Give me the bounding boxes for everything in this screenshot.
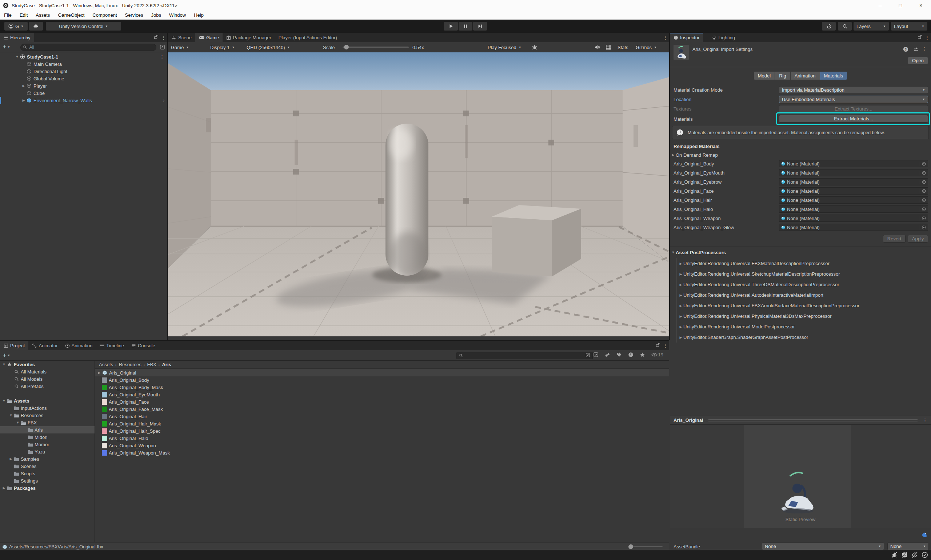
- vsync-grid-icon[interactable]: [606, 42, 611, 52]
- menu-edit[interactable]: Edit: [15, 11, 32, 20]
- foldout-down-icon[interactable]: ▼: [8, 414, 14, 417]
- remap-field-aris_original_halo[interactable]: None (Material): [779, 205, 928, 213]
- account-button[interactable]: G ▼: [5, 22, 28, 31]
- auto-refresh-disabled-icon[interactable]: [911, 552, 918, 558]
- gizmos-dropdown[interactable]: Gizmos▼: [636, 42, 657, 52]
- debugger-disabled-icon[interactable]: [891, 552, 897, 558]
- tree-item-momoi[interactable]: Momoi: [0, 441, 95, 448]
- unlock-icon[interactable]: [154, 35, 158, 40]
- tree-item-directional-light[interactable]: Directional Light: [0, 68, 167, 75]
- foldout-right-icon[interactable]: ▶: [21, 98, 26, 102]
- panel-menu-icon[interactable]: ⋮: [663, 343, 668, 348]
- hierarchy-search-input[interactable]: [28, 45, 154, 50]
- project-search-input[interactable]: [465, 353, 584, 358]
- open-button[interactable]: Open: [908, 57, 928, 65]
- tree-item-packages[interactable]: ▶Packages: [0, 485, 95, 492]
- create-object-button[interactable]: +▼: [3, 44, 10, 50]
- close-button[interactable]: ×: [911, 0, 931, 11]
- menu-window[interactable]: Window: [165, 11, 190, 20]
- object-picker-icon[interactable]: [920, 189, 926, 194]
- tab-project[interactable]: Project: [0, 341, 28, 350]
- tree-item-inputactions[interactable]: InputActions: [0, 405, 95, 412]
- remap-field-aris_original_weapon_glow[interactable]: None (Material): [779, 224, 928, 231]
- asset-labels-icon[interactable]: [921, 532, 927, 539]
- layout-dropdown[interactable]: Layout ▼: [891, 22, 927, 31]
- import-tab-materials[interactable]: Materials: [820, 72, 847, 80]
- create-asset-button[interactable]: +▼: [3, 352, 10, 358]
- tab-player-input-actions-editor-[interactable]: Player (Input Actions Editor): [275, 33, 341, 42]
- progress-complete-icon[interactable]: [922, 552, 928, 558]
- layers-dropdown[interactable]: Layers ▼: [854, 22, 889, 31]
- thumbnail-size-thumb[interactable]: [628, 545, 633, 549]
- tree-item-resources[interactable]: ▼Resources: [0, 412, 95, 419]
- scale-slider[interactable]: [343, 42, 409, 52]
- undo-history-button[interactable]: [822, 22, 836, 31]
- tree-item-scripts[interactable]: Scripts: [0, 470, 95, 477]
- display-dropdown[interactable]: Display 1▼: [210, 42, 235, 52]
- object-picker-icon[interactable]: [920, 180, 926, 185]
- remap-field-aris_original_face[interactable]: None (Material): [779, 187, 928, 195]
- tab-hierarchy[interactable]: Hierarchy: [0, 33, 34, 42]
- remap-field-aris_original_hair[interactable]: None (Material): [779, 196, 928, 204]
- foldout-right-icon[interactable]: ▶: [2, 486, 6, 490]
- breadcrumb-fbx[interactable]: FBX: [147, 362, 156, 367]
- tree-item-aris-original[interactable]: ▶Aris_Original: [95, 369, 669, 376]
- menu-gameobject[interactable]: GameObject: [54, 11, 88, 20]
- menu-help[interactable]: Help: [190, 11, 208, 20]
- menu-assets[interactable]: Assets: [32, 11, 54, 20]
- assetbundle-dropdown[interactable]: None▼: [762, 543, 884, 550]
- tree-item-settings[interactable]: Settings: [0, 477, 95, 485]
- tree-item-aris-original-hair-spec[interactable]: Aris_Original_Hair_Spec: [95, 427, 669, 435]
- tab-scene[interactable]: Scene: [168, 33, 195, 42]
- tree-item-midori[interactable]: Midori: [0, 434, 95, 441]
- tree-item-all-prefabs[interactable]: All Prefabs: [0, 383, 95, 390]
- remap-field-aris_original_weapon[interactable]: None (Material): [779, 215, 928, 222]
- postprocessor-item[interactable]: ▶UnityEditor.Rendering.Universal.Sketchu…: [678, 269, 929, 279]
- tree-item-aris-original-hair-mask[interactable]: Aris_Original_Hair_Mask: [95, 420, 669, 427]
- apply-button[interactable]: Apply: [908, 235, 928, 243]
- foldout-right-icon[interactable]: ▶: [678, 262, 683, 265]
- preview-area[interactable]: Static Preview: [670, 425, 931, 528]
- remap-field-aris_original_eyebrow[interactable]: None (Material): [779, 178, 928, 185]
- remap-field-aris_original_eyemouth[interactable]: None (Material): [779, 169, 928, 176]
- tree-item-fbx[interactable]: ▼FBX: [0, 419, 95, 426]
- postprocessor-item[interactable]: ▶UnityEditor.ShaderGraph.ShaderGraphAsse…: [678, 332, 929, 343]
- tree-item-all-materials[interactable]: All Materials: [0, 368, 95, 375]
- panel-menu-icon[interactable]: ⋮: [925, 35, 929, 40]
- tree-item-yuzu[interactable]: Yuzu: [0, 448, 95, 455]
- unlock-icon[interactable]: [656, 343, 660, 348]
- tree-item-player[interactable]: ▶Player: [0, 82, 167, 89]
- object-picker-icon[interactable]: [920, 207, 926, 212]
- tree-item-assets[interactable]: ▼Assets: [0, 397, 95, 405]
- cloud-button[interactable]: [29, 22, 43, 31]
- import-tab-model[interactable]: Model: [754, 72, 775, 80]
- breadcrumb-assets[interactable]: Assets: [99, 362, 113, 367]
- filter-by-log-icon[interactable]: [628, 352, 634, 357]
- menu-file[interactable]: File: [0, 11, 15, 20]
- menu-component[interactable]: Component: [88, 11, 121, 20]
- resolution-dropdown[interactable]: QHD (2560x1440)▼: [246, 42, 290, 52]
- tree-item-aris-original-face-mask[interactable]: Aris_Original_Face_Mask: [95, 405, 669, 413]
- import-tab-animation[interactable]: Animation: [791, 72, 820, 80]
- open-in-search-icon[interactable]: [586, 353, 590, 358]
- foldout-right-icon[interactable]: ▶: [21, 84, 26, 88]
- tree-item-studycase1-1[interactable]: ▼StudyCase1-1⋮: [0, 53, 167, 60]
- asset-postprocessors-foldout[interactable]: ▼ Asset PostProcessors: [670, 249, 931, 256]
- panel-menu-icon[interactable]: ⋮: [663, 35, 668, 40]
- tree-item-aris-original-body-mask[interactable]: Aris_Original_Body_Mask: [95, 384, 669, 391]
- tree-item-samples[interactable]: ▶Samples: [0, 455, 95, 463]
- game-viewport[interactable]: [168, 52, 669, 336]
- foldout-right-icon[interactable]: ▶: [8, 457, 14, 461]
- postprocessor-item[interactable]: ▶UnityEditor.Rendering.Universal.FBXMate…: [678, 258, 929, 269]
- view-dropdown[interactable]: Game▼: [171, 42, 189, 52]
- mute-audio-icon[interactable]: [594, 42, 600, 52]
- minimize-button[interactable]: –: [870, 0, 890, 11]
- tree-item-aris-original-weapon[interactable]: Aris_Original_Weapon: [95, 442, 669, 449]
- filter-by-label-icon[interactable]: [616, 352, 622, 357]
- tab-console[interactable]: Console: [128, 341, 159, 350]
- step-button[interactable]: [473, 22, 487, 31]
- maximize-button[interactable]: □: [890, 0, 911, 11]
- preview-menu-icon[interactable]: ⋮: [923, 417, 927, 423]
- tree-item-cube[interactable]: Cube: [0, 89, 167, 97]
- foldout-right-icon[interactable]: ▶: [678, 283, 683, 286]
